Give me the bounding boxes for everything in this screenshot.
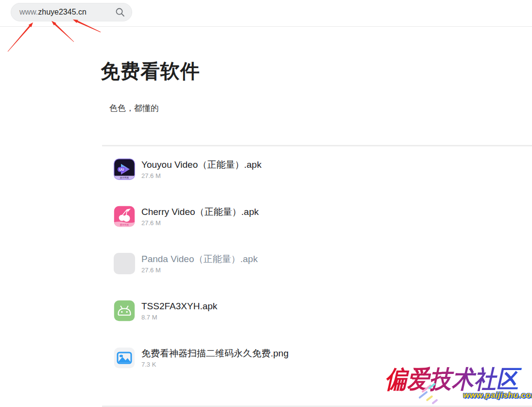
file-row[interactable]: UU 悠优视频 Youyou Video（正能量）.apk 27.6 M — [114, 159, 532, 180]
search-icon[interactable] — [115, 7, 125, 17]
svg-text:樱桃视频: 樱桃视频 — [120, 223, 129, 226]
android-apk-icon — [114, 300, 135, 321]
list-top-divider — [102, 145, 532, 146]
file-size: 27.6 M — [141, 219, 258, 227]
file-name[interactable]: 免费看神器扫描二维码永久免费.png — [141, 348, 289, 359]
svg-text:悠优视频: 悠优视频 — [120, 176, 129, 179]
page-subtitle: 色色，都懂的 — [109, 103, 532, 114]
watermark-streak-icon — [431, 399, 438, 405]
file-row[interactable]: 樱桃视频 Cherry Video（正能量）.apk 27.6 M — [114, 206, 532, 227]
file-size: 27.6 M — [141, 172, 261, 179]
watermark-streak-icon — [426, 395, 433, 401]
svg-text:UU: UU — [119, 168, 124, 171]
file-list: UU 悠优视频 Youyou Video（正能量）.apk 27.6 M — [114, 159, 532, 369]
file-name[interactable]: Cherry Video（正能量）.apk — [141, 206, 258, 217]
page-title: 免费看软件 — [101, 59, 532, 83]
file-row[interactable]: Panda Video（正能量）.apk 27.6 M — [114, 253, 532, 274]
file-name[interactable]: Panda Video（正能量）.apk — [141, 253, 257, 265]
file-info: 免费看神器扫描二维码永久免费.png 7.3 K — [141, 347, 289, 368]
file-size: 8.7 M — [141, 314, 217, 321]
file-info: TSS2FA3XYH.apk 8.7 M — [141, 300, 217, 321]
main-content: 免费看软件 色色，都懂的 UU — [101, 27, 532, 394]
file-info: Panda Video（正能量）.apk 27.6 M — [141, 253, 257, 274]
search-value-domain: zhuye2345.cn — [38, 8, 86, 17]
search-value-prefix: www. — [19, 8, 38, 17]
image-placeholder-icon — [114, 253, 135, 274]
file-info: Youyou Video（正能量）.apk 27.6 M — [141, 159, 261, 179]
file-size: 7.3 K — [141, 361, 289, 368]
file-name[interactable]: TSS2FA3XYH.apk — [141, 301, 217, 312]
top-bar: www.zhuye2345.cn — [0, 0, 532, 27]
file-row[interactable]: 免费看神器扫描二维码永久免费.png 7.3 K — [114, 347, 532, 369]
youyou-video-app-icon: UU 悠优视频 — [114, 159, 135, 180]
file-name[interactable]: Youyou Video（正能量）.apk — [141, 159, 261, 170]
image-file-icon — [114, 347, 135, 369]
search-input[interactable]: www.zhuye2345.cn — [11, 3, 132, 21]
file-info: Cherry Video（正能量）.apk 27.6 M — [141, 206, 258, 227]
file-row[interactable]: TSS2FA3XYH.apk 8.7 M — [114, 300, 532, 321]
cherry-video-app-icon: 樱桃视频 — [114, 206, 135, 227]
file-size: 27.6 M — [141, 266, 257, 274]
